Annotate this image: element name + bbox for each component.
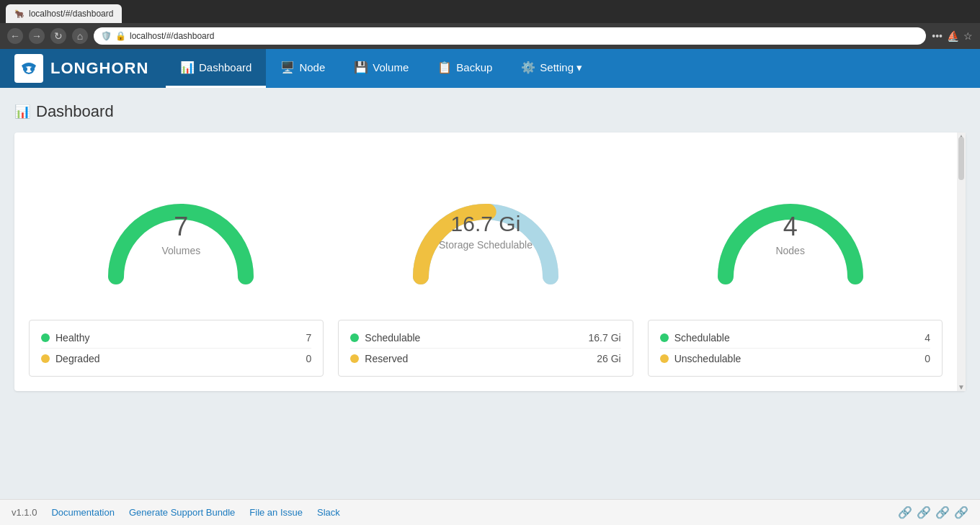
- nav-volume-label: Volume: [373, 61, 409, 73]
- healthy-value: 7: [306, 332, 312, 344]
- scrollbar-thumb[interactable]: [958, 137, 964, 180]
- volumes-degraded-item: Degraded 0: [41, 348, 311, 369]
- brand-name: LONGHORN: [50, 59, 148, 78]
- volume-icon: 💾: [354, 60, 368, 74]
- pocket-icon[interactable]: ⛵: [947, 30, 959, 42]
- nodes-schedulable-item: Schedulable 4: [660, 328, 930, 348]
- storage-reserved-dot: [350, 354, 359, 363]
- brand-logo: [14, 54, 43, 83]
- browser-tab-bar: 🐂 localhost/#/dashboard: [0, 0, 980, 23]
- dashboard-card: ▲ ▼ 7 Volumes: [14, 133, 966, 391]
- scrollbar-track[interactable]: ▲ ▼: [957, 133, 966, 391]
- volumes-gauge-center: 7 Volumes: [161, 212, 200, 256]
- back-button[interactable]: ←: [7, 28, 23, 44]
- storage-gauge-value: 16.7 Gi: [451, 212, 521, 236]
- storage-reserved-item: Reserved 26 Gi: [350, 348, 620, 369]
- browser-actions: ••• ⛵ ☆: [932, 30, 973, 42]
- stats-row: Healthy 7 Degraded 0 Schedul: [29, 320, 951, 377]
- chain-icon-2: 🔗: [917, 506, 931, 519]
- volumes-gauge-label: Volumes: [161, 245, 200, 256]
- nodes-gauge-center: 4 Nodes: [775, 212, 804, 256]
- dashboard-icon: 📊: [180, 60, 195, 74]
- footer-icons: 🔗 🔗 🔗 🔗: [898, 506, 968, 519]
- degraded-label: Degraded: [55, 353, 100, 364]
- storage-reserved-value: 26 Gi: [597, 353, 620, 364]
- url-bar[interactable]: 🛡️ 🔒 localhost/#/dashboard: [94, 27, 926, 45]
- nodes-unschedulable-item: Unschedulable 0: [660, 348, 930, 369]
- nodes-unschedulable-dot: [660, 354, 669, 363]
- nav-volume[interactable]: 💾 Volume: [339, 49, 423, 88]
- svg-point-0: [23, 67, 27, 71]
- setting-icon: ⚙️: [521, 60, 535, 74]
- storage-gauge-center: 16.7 Gi Storage Schedulable: [439, 212, 533, 251]
- nav-dashboard[interactable]: 📊 Dashboard: [166, 49, 266, 88]
- nav-dashboard-label: Dashboard: [199, 61, 251, 73]
- storage-schedulable-dot: [350, 333, 359, 342]
- app-header: LONGHORN 📊 Dashboard 🖥️ Node 💾 Volume 📋 …: [0, 49, 980, 88]
- nodes-schedulable-dot: [660, 333, 669, 342]
- nodes-gauge: 4 Nodes: [690, 154, 891, 298]
- chain-icon-3: 🔗: [935, 506, 950, 519]
- nav-backup[interactable]: 📋 Backup: [423, 49, 507, 88]
- storage-schedulable-label: Schedulable: [365, 332, 420, 344]
- nav-node-label: Node: [299, 61, 325, 73]
- lock-icon: 🔒: [115, 31, 126, 41]
- footer: v1.1.0 Documentation Generate Support Bu…: [0, 499, 980, 525]
- tab-favicon: 🐂: [14, 9, 24, 19]
- gauges-row: 7 Volumes 16.7 Gi Storage Schedulable: [29, 154, 951, 298]
- home-button[interactable]: ⌂: [72, 28, 88, 44]
- page-title-text: Dashboard: [36, 102, 114, 121]
- storage-schedulable-item: Schedulable 16.7 Gi: [350, 328, 620, 348]
- nodes-gauge-value: 4: [783, 212, 798, 242]
- scroll-down-arrow[interactable]: ▼: [957, 383, 966, 391]
- more-icon[interactable]: •••: [932, 30, 943, 42]
- volumes-gauge-value: 7: [174, 212, 188, 242]
- node-icon: 🖥️: [280, 60, 295, 74]
- storage-reserved-label: Reserved: [365, 353, 408, 364]
- storage-gauge: 16.7 Gi Storage Schedulable: [385, 154, 587, 298]
- page-content: 📊 Dashboard ▲ ▼ 7 Volumes: [0, 88, 980, 405]
- backup-icon: 📋: [437, 60, 452, 74]
- storage-stat-card: Schedulable 16.7 Gi Reserved 26 Gi: [338, 320, 633, 377]
- nav-setting[interactable]: ⚙️ Setting ▾: [507, 49, 597, 88]
- security-icon: 🛡️: [101, 31, 112, 41]
- volumes-stat-card: Healthy 7 Degraded 0: [29, 320, 324, 377]
- degraded-dot: [41, 354, 50, 363]
- nodes-schedulable-value: 4: [925, 332, 930, 344]
- nodes-stat-card: Schedulable 4 Unschedulable 0: [648, 320, 943, 377]
- chain-icon-4: 🔗: [954, 506, 968, 519]
- footer-support-bundle-link[interactable]: Generate Support Bundle: [129, 507, 235, 518]
- page-title: 📊 Dashboard: [14, 102, 966, 121]
- nodes-unschedulable-label: Unschedulable: [674, 353, 741, 364]
- page-title-icon: 📊: [14, 104, 30, 120]
- nodes-schedulable-label: Schedulable: [674, 332, 730, 344]
- url-text: localhost/#/dashboard: [130, 31, 214, 41]
- browser-chrome: ← → ↻ ⌂ 🛡️ 🔒 localhost/#/dashboard ••• ⛵…: [0, 23, 980, 49]
- footer-documentation-link[interactable]: Documentation: [51, 507, 114, 518]
- volumes-healthy-item: Healthy 7: [41, 328, 311, 348]
- tab-title: localhost/#/dashboard: [29, 9, 113, 19]
- degraded-value: 0: [306, 353, 312, 364]
- nodes-gauge-label: Nodes: [775, 245, 804, 256]
- browser-tab[interactable]: 🐂 localhost/#/dashboard: [6, 4, 122, 23]
- forward-button[interactable]: →: [29, 28, 45, 44]
- volumes-gauge: 7 Volumes: [80, 154, 282, 298]
- footer-slack-link[interactable]: Slack: [317, 507, 340, 518]
- healthy-dot: [41, 333, 50, 342]
- star-icon[interactable]: ☆: [963, 30, 973, 42]
- footer-version: v1.1.0: [12, 507, 37, 518]
- refresh-button[interactable]: ↻: [50, 28, 66, 44]
- storage-schedulable-value: 16.7 Gi: [589, 332, 621, 344]
- nodes-unschedulable-value: 0: [925, 353, 930, 364]
- footer-file-issue-link[interactable]: File an Issue: [249, 507, 303, 518]
- storage-gauge-label: Storage Schedulable: [439, 239, 533, 251]
- nav-backup-label: Backup: [456, 61, 492, 73]
- svg-point-1: [30, 67, 35, 71]
- nav-setting-label: Setting ▾: [540, 61, 582, 74]
- healthy-label: Healthy: [55, 332, 89, 344]
- main-nav: 📊 Dashboard 🖥️ Node 💾 Volume 📋 Backup ⚙️…: [166, 49, 597, 88]
- brand: LONGHORN: [0, 49, 166, 88]
- chain-icon-1: 🔗: [898, 506, 912, 519]
- nav-node[interactable]: 🖥️ Node: [266, 49, 339, 88]
